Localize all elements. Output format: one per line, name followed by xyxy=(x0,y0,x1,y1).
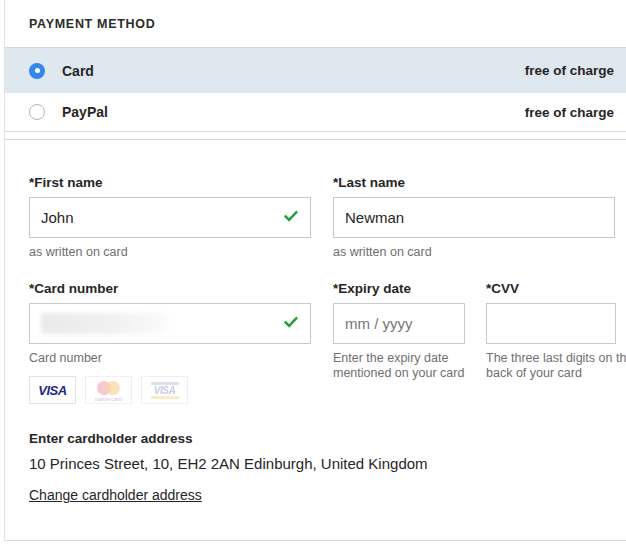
last-name-helper: as written on card xyxy=(333,245,615,260)
first-name-label: *First name xyxy=(29,175,311,190)
mastercard-icon: mastercard xyxy=(85,376,132,404)
last-name-label: *Last name xyxy=(333,175,615,190)
card-form: *First name as written on card *Last nam… xyxy=(5,140,626,540)
first-name-input-box xyxy=(29,197,311,238)
payment-option-card[interactable]: Card free of charge xyxy=(5,48,626,93)
expiry-input-box xyxy=(333,303,465,344)
card-number-helper: Card number xyxy=(29,351,311,366)
card-details-row: *Card number Card number VISA masterc xyxy=(29,281,614,404)
first-name-helper: as written on card xyxy=(29,245,311,260)
option-price-paypal: free of charge xyxy=(525,105,614,120)
first-name-field: *First name as written on card xyxy=(29,175,311,260)
cvv-input[interactable] xyxy=(498,315,604,332)
option-label-paypal: PayPal xyxy=(62,104,108,120)
cardholder-address-section: Enter cardholder address 10 Princes Stre… xyxy=(29,431,614,504)
last-name-field: *Last name as written on card xyxy=(333,175,615,260)
expiry-field: *Expiry date Enter the expiry date menti… xyxy=(333,281,465,404)
valid-check-icon xyxy=(283,314,299,334)
payment-method-panel: PAYMENT METHOD Card free of charge PayPa… xyxy=(4,0,626,541)
card-number-masked-value xyxy=(41,313,167,334)
radio-paypal-unselected[interactable] xyxy=(29,104,45,120)
expiry-cvv-group: *Expiry date Enter the expiry date menti… xyxy=(333,281,615,404)
expiry-helper: Enter the expiry date mentioned on your … xyxy=(333,351,481,381)
section-divider xyxy=(5,132,626,140)
panel-title: PAYMENT METHOD xyxy=(5,0,626,48)
card-number-label: *Card number xyxy=(29,281,311,296)
cvv-field: *CVV The three last digits on the back o… xyxy=(486,281,616,404)
valid-check-icon xyxy=(283,208,299,228)
first-name-input[interactable] xyxy=(41,209,277,226)
expiry-label: *Expiry date xyxy=(333,281,465,296)
option-label-card: Card xyxy=(62,63,94,79)
change-address-link[interactable]: Change cardholder address xyxy=(29,487,202,503)
visa-electron-icon: VISA xyxy=(141,376,188,404)
option-price-card: free of charge xyxy=(525,63,614,78)
last-name-input-box xyxy=(333,197,615,238)
card-number-input-box[interactable] xyxy=(29,303,311,344)
cvv-input-box xyxy=(486,303,616,344)
cvv-label: *CVV xyxy=(486,281,616,296)
cardholder-address-value: 10 Princes Street, 10, EH2 2AN Edinburgh… xyxy=(29,455,614,472)
radio-card-selected[interactable] xyxy=(29,63,45,79)
name-row: *First name as written on card *Last nam… xyxy=(29,175,614,260)
card-number-field: *Card number Card number VISA masterc xyxy=(29,281,311,404)
cardholder-address-title: Enter cardholder address xyxy=(29,431,614,446)
visa-icon: VISA xyxy=(29,376,76,404)
accepted-card-brands: VISA mastercard VISA xyxy=(29,376,311,404)
cvv-helper: The three last digits on the back of you… xyxy=(486,351,626,381)
expiry-input[interactable] xyxy=(345,315,453,332)
last-name-input[interactable] xyxy=(345,209,603,226)
payment-option-paypal[interactable]: PayPal free of charge xyxy=(5,93,626,132)
